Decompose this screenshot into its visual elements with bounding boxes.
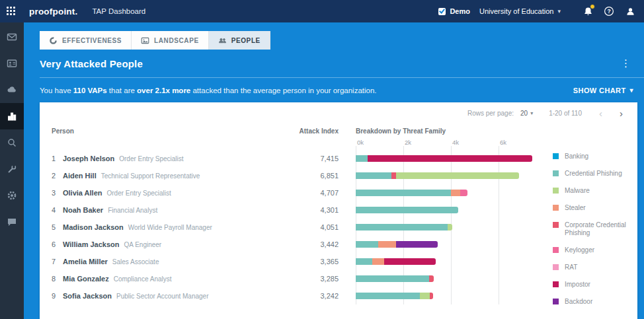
threat-bar[interactable]	[356, 190, 546, 196]
legend-item-keylogger[interactable]: Keylogger	[553, 246, 631, 254]
threat-bar[interactable]	[356, 275, 546, 282]
vap-summary-banner: You have 110 VAPs that are over 2.1x mor…	[40, 77, 644, 102]
axis-tick-4k: 4k	[452, 139, 459, 146]
person-cell: 8 Mia Gonzalez Compliance Analyst	[52, 275, 276, 283]
person-name: Amelia Miller	[63, 258, 108, 266]
threat-bar[interactable]	[356, 207, 546, 213]
pagination-bar: Rows per page: 20 ▾ 1-20 of 110 ‹ ›	[40, 102, 637, 124]
legend-swatch	[553, 205, 559, 211]
person-name: Mia Gonzalez	[63, 275, 109, 283]
bar-segment-credential-phishing[interactable]	[356, 275, 429, 282]
bar-segment-stealer[interactable]	[378, 241, 396, 248]
person-name: Joseph Nelson	[63, 155, 114, 162]
previous-page-button[interactable]: ‹	[594, 108, 608, 118]
table-row[interactable]: 1 Joseph Nelson Order Entry Specialist 7…	[40, 150, 550, 167]
apps-grid-icon[interactable]	[7, 7, 16, 16]
sidebar-item-settings[interactable]	[0, 182, 24, 209]
bar-segment-stealer[interactable]	[451, 190, 460, 196]
bar-segment-credential-phishing[interactable]	[356, 293, 420, 299]
person-name: Noah Baker	[63, 206, 103, 214]
threat-bar[interactable]	[356, 172, 546, 179]
bar-segment-malware[interactable]	[420, 293, 429, 299]
rows-per-page-select[interactable]: 20 ▾	[520, 110, 533, 117]
person-name: Sofia Jackson	[63, 292, 112, 300]
bar-segment-corporate-credential-phishing[interactable]	[429, 275, 434, 282]
show-chart-button[interactable]: SHOW CHART ▾	[573, 87, 633, 94]
column-header-person: Person	[52, 127, 276, 135]
table-row[interactable]: 9 Sofia Jackson Public Sector Account Ma…	[40, 287, 550, 304]
bar-segment-malware[interactable]	[448, 224, 452, 230]
tab-effectiveness[interactable]: EFFECTIVENESS	[40, 31, 132, 50]
tab-landscape[interactable]: LANDSCAPE	[132, 31, 209, 50]
bar-segment-impostor[interactable]	[384, 258, 436, 265]
table-row[interactable]: 4 Noah Baker Financial Analyst 4,301	[40, 201, 550, 219]
person-role: Public Sector Account Manager	[116, 293, 209, 300]
legend-item-banking[interactable]: Banking	[553, 153, 631, 160]
sidebar-item-analytics[interactable]	[0, 103, 24, 129]
legend-item-impostor[interactable]: Impostor	[553, 281, 631, 289]
attack-index-value: 4,301	[294, 206, 339, 214]
threat-bar[interactable]	[356, 258, 546, 265]
threat-bar[interactable]	[356, 155, 546, 162]
attack-index-value: 4,051	[294, 223, 339, 231]
table-row[interactable]: 6 William Jackson QA Engineer 3,442	[40, 236, 550, 253]
legend-item-stealer[interactable]: Stealer	[553, 204, 631, 212]
sidebar-item-search[interactable]	[0, 129, 24, 156]
bar-segment-credential-phishing[interactable]	[356, 258, 372, 265]
legend-item-credential-phishing[interactable]: Credential Phishing	[553, 170, 631, 178]
org-dropdown-caret-icon[interactable]: ▾	[557, 8, 561, 15]
table-row[interactable]: 8 Mia Gonzalez Compliance Analyst 3,285	[40, 270, 550, 287]
table-row[interactable]: 3 Olivia Allen Order Entry Specialist 4,…	[40, 184, 550, 201]
threat-bar-cell	[356, 219, 546, 236]
bar-segment-credential-phishing[interactable]	[356, 190, 451, 196]
person-rank: 1	[52, 155, 58, 162]
bar-segment-malware[interactable]	[396, 172, 518, 179]
table-row[interactable]: 7 Amelia Miller Sales Associate 3,365	[40, 253, 550, 270]
legend-item-rat[interactable]: RAT	[553, 264, 631, 271]
sidebar-item-contacts[interactable]	[0, 50, 24, 77]
sidebar-item-chat[interactable]	[0, 209, 24, 235]
threat-bar[interactable]	[356, 293, 546, 299]
legend-item-malware[interactable]: Malware	[553, 187, 631, 195]
bar-segment-corporate-credential-phishing[interactable]	[430, 293, 433, 299]
kebab-menu-icon[interactable]: ⋮	[617, 57, 635, 69]
table-row[interactable]: 5 Madison Jackson World Wide Payroll Man…	[40, 219, 550, 236]
legend-item-corporate-credential-phishing[interactable]: Corporate Credential Phishing	[553, 221, 631, 237]
attack-index-value: 6,851	[294, 172, 339, 180]
vap-count: 110 VAPs	[73, 87, 107, 94]
search-icon	[7, 137, 17, 148]
table-row[interactable]: 2 Aiden Hill Technical Support Represent…	[40, 167, 550, 184]
sidebar-item-tools[interactable]	[0, 156, 24, 182]
sidebar-item-mail[interactable]	[0, 24, 24, 50]
person-rank: 7	[52, 258, 58, 266]
bar-segment-credential-phishing[interactable]	[356, 172, 391, 179]
bar-segment-credential-phishing[interactable]	[356, 224, 448, 230]
threat-bar[interactable]	[356, 241, 546, 248]
bar-segment-keylogger[interactable]	[460, 190, 467, 196]
threat-bar-cell	[356, 167, 546, 184]
demo-checkbox[interactable]: Demo	[438, 7, 470, 15]
person-rank: 4	[52, 206, 58, 214]
person-name: Madison Jackson	[63, 223, 124, 231]
threat-bar-cell	[356, 150, 546, 167]
bar-segment-corporate-credential-phishing[interactable]	[391, 172, 396, 179]
threat-bar[interactable]	[356, 224, 546, 230]
sidebar-item-cloud[interactable]	[0, 77, 24, 103]
organization-name[interactable]: University of Education	[479, 7, 554, 15]
bar-segment-impostor[interactable]	[368, 155, 532, 162]
bar-segment-credential-phishing[interactable]	[356, 155, 368, 162]
contact-card-icon	[7, 58, 17, 69]
bar-segment-credential-phishing[interactable]	[356, 241, 378, 248]
tab-people[interactable]: PEOPLE	[209, 31, 270, 50]
checkbox-checked-icon[interactable]	[438, 8, 446, 15]
notifications-bell-icon[interactable]	[582, 5, 594, 17]
chat-bubble-icon	[7, 217, 17, 227]
legend-item-backdoor[interactable]: Backdoor	[553, 298, 631, 306]
bar-segment-stealer[interactable]	[372, 258, 384, 265]
next-page-button[interactable]: ›	[614, 108, 628, 118]
help-icon[interactable]: ?	[603, 5, 615, 17]
donut-chart-icon	[49, 36, 58, 45]
user-account-icon[interactable]	[624, 5, 636, 17]
bar-segment-backdoor[interactable]	[396, 241, 438, 248]
bar-segment-credential-phishing[interactable]	[356, 207, 458, 213]
